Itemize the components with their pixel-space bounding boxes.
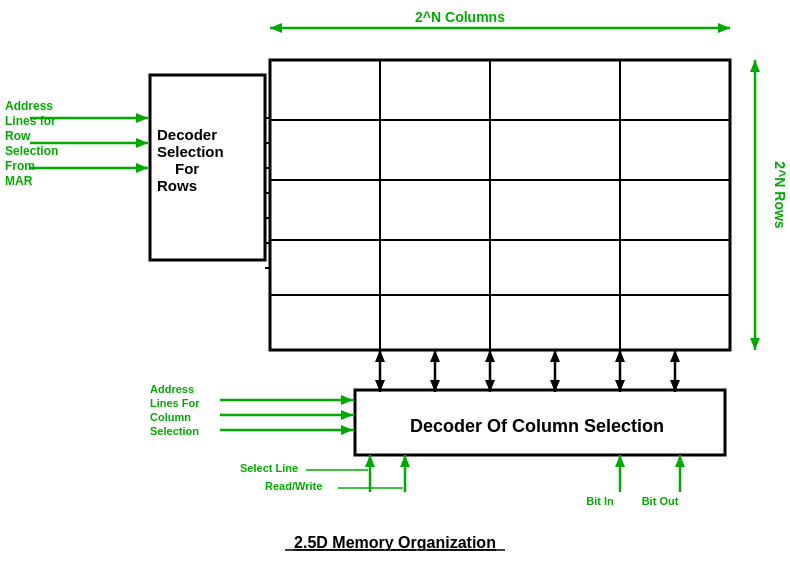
svg-text:Selection: Selection (150, 425, 199, 437)
svg-marker-53 (670, 350, 680, 362)
diagram-container: Decoder Selection For Rows Decoder Of Co… (0, 0, 790, 577)
svg-marker-60 (341, 425, 353, 435)
address-lines-row-label: Address (5, 99, 53, 113)
read-write-label: Read/Write (265, 480, 322, 492)
svg-marker-38 (375, 350, 385, 362)
main-title: 2.5D Memory Organization (294, 534, 496, 551)
svg-marker-44 (485, 350, 495, 362)
svg-marker-20 (136, 113, 148, 123)
svg-marker-17 (750, 60, 760, 72)
select-line-label: Select Line (240, 462, 298, 474)
svg-marker-58 (341, 410, 353, 420)
svg-marker-56 (341, 395, 353, 405)
svg-text:For: For (175, 160, 199, 177)
svg-text:Rows: Rows (157, 177, 197, 194)
svg-marker-22 (136, 138, 148, 148)
svg-text:Column: Column (150, 411, 191, 423)
svg-text:Row: Row (5, 129, 31, 143)
svg-marker-24 (136, 163, 148, 173)
decoder-rows-label: Decoder (157, 126, 217, 143)
svg-text:Lines for: Lines for (5, 114, 56, 128)
svg-rect-8 (150, 75, 265, 260)
bit-out-label: Bit Out (642, 495, 679, 507)
svg-marker-47 (550, 350, 560, 362)
svg-marker-18 (750, 338, 760, 350)
svg-text:Selection: Selection (157, 143, 224, 160)
svg-text:MAR: MAR (5, 174, 33, 188)
svg-text:Lines For: Lines For (150, 397, 200, 409)
svg-marker-71 (615, 455, 625, 467)
svg-rect-0 (270, 60, 730, 350)
svg-marker-65 (365, 455, 375, 467)
svg-marker-73 (675, 455, 685, 467)
svg-marker-68 (400, 455, 410, 467)
address-lines-col-label: Address (150, 383, 194, 395)
svg-marker-50 (615, 350, 625, 362)
decoder-col-label: Decoder Of Column Selection (410, 416, 664, 436)
bit-in-label: Bit In (586, 495, 614, 507)
svg-marker-41 (430, 350, 440, 362)
svg-marker-14 (270, 23, 282, 33)
svg-text:From: From (5, 159, 35, 173)
rows-label: 2^N Rows (772, 161, 788, 229)
columns-label: 2^N Columns (415, 9, 505, 25)
svg-text:Selection: Selection (5, 144, 58, 158)
svg-marker-15 (718, 23, 730, 33)
